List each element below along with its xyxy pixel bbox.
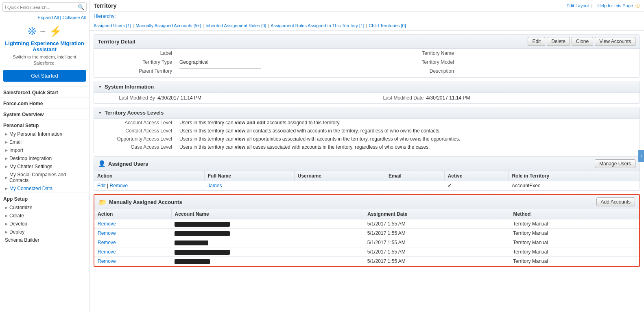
table-row: Remove ████████████ 5/1/2017 1:55 AM Ter…: [94, 247, 639, 257]
user-fullname: James: [204, 181, 294, 191]
migration-icons: ❊ → ⚡: [3, 25, 86, 38]
edit-layout-link[interactable]: Edit Layout: [566, 3, 589, 8]
manage-users-button[interactable]: Manage Users: [595, 159, 635, 168]
myconnected-link[interactable]: My Connected Data: [9, 186, 52, 191]
contact-access-label: Contact Access Level: [94, 127, 175, 135]
user-role: AccountExec: [509, 181, 640, 191]
main-content: Territory Edit Layout | Help for this Pa…: [90, 0, 644, 312]
man-acc-remove-link[interactable]: Remove: [98, 258, 116, 264]
anchor-inherited-rules[interactable]: Inherited Assignment Rules [0]: [205, 23, 266, 28]
sidebar-item-deploy[interactable]: ▶ Deploy: [0, 228, 89, 236]
sidebar-section-appsetup: App Setup: [0, 193, 89, 204]
help-circle-icon: ⓘ: [635, 3, 640, 8]
page-title: Territory: [94, 2, 117, 9]
migration-subtitle: Switch to the modern, intelligent Salesf…: [3, 54, 86, 67]
folder-icon: 📁: [98, 198, 107, 206]
last-modified-date-label: Last Modified Date: [367, 95, 424, 101]
help-link[interactable]: Help for this Page: [598, 3, 633, 8]
expand-all-link[interactable]: Expand All: [38, 15, 59, 20]
sidebar-item-create[interactable]: ▶ Create: [0, 212, 89, 220]
access-levels-body: Account Access Level Users in this terri…: [94, 119, 640, 153]
anchor-manually-assigned[interactable]: Manually Assigned Accounts [5+]: [135, 23, 201, 28]
description-label: Description: [376, 67, 457, 76]
account-access-label: Account Access Level: [94, 119, 175, 127]
col-username: Username: [294, 171, 385, 181]
table-row: Remove █████████████████ 5/1/2017 1:55 A…: [94, 238, 639, 247]
sidebar-item-mychatter[interactable]: ▶ My Chatter Settings: [0, 162, 89, 171]
chevron-right-icon: ▶: [5, 165, 8, 169]
user-remove-link[interactable]: Remove: [109, 183, 128, 188]
system-info-header: ▼ System Information: [94, 81, 640, 93]
parent-territory-label: Parent Territory: [94, 67, 175, 76]
col-method: Method: [510, 209, 639, 219]
man-acc-remove-link[interactable]: Remove: [98, 230, 116, 236]
col-role: Role in Territory: [509, 171, 640, 181]
man-acc-name: ████████████████: [171, 219, 364, 229]
last-modified-date-item: Last Modified Date 4/30/2017 11:14 PM: [367, 95, 636, 101]
sidebar-item-import[interactable]: ▶ Import: [0, 146, 89, 154]
man-acc-method: Territory Manual: [510, 229, 639, 238]
sidebar-item-forcecom[interactable]: Force.com Home: [0, 97, 89, 108]
sidebar-item-schemabuilder[interactable]: Schema Builder: [0, 236, 89, 244]
search-input[interactable]: [7, 5, 78, 10]
label-field-value: [175, 49, 376, 58]
bolt-icon: ⚡: [49, 25, 62, 38]
system-info-section: ▼ System Information Last Modified By 4/…: [94, 81, 640, 104]
user-edit-link[interactable]: Edit: [97, 183, 106, 188]
territory-detail-title: Territory Detail: [98, 39, 135, 45]
anchor-child-territories[interactable]: Child Territories [0]: [369, 23, 406, 28]
sidebar-item-desktopint[interactable]: ▶ Desktop Integration: [0, 154, 89, 162]
collapse-all-link[interactable]: Collapse All: [63, 15, 86, 20]
man-acc-date: 5/1/2017 1:55 AM: [364, 229, 510, 238]
anchor-assigned-users[interactable]: Assigned Users [1]: [94, 23, 131, 28]
man-acc-name: ████████████: [171, 247, 364, 257]
sidebar-item-customize[interactable]: ▶ Customize: [0, 204, 89, 212]
sidebar-item-sysoverview[interactable]: System Overview: [0, 108, 89, 119]
man-acc-remove-link[interactable]: Remove: [98, 221, 116, 227]
table-row: Account Access Level Users in this terri…: [94, 119, 640, 127]
clone-button[interactable]: Clone: [572, 37, 593, 46]
contact-access-value: Users in this territory can view all con…: [175, 127, 640, 135]
view-accounts-button[interactable]: View Accounts: [595, 37, 635, 46]
search-bar[interactable]: ℹ 🔍: [2, 2, 87, 12]
sidebar-item-myconnected[interactable]: ▶ My Connected Data: [0, 184, 89, 193]
user-icon: 👤: [98, 160, 106, 167]
territory-detail-section: Territory Detail Edit Delete Clone View …: [94, 34, 640, 78]
get-started-button[interactable]: Get Started: [3, 70, 86, 82]
user-active: ✓: [444, 181, 509, 191]
search-icon[interactable]: 🔍: [78, 4, 84, 10]
access-levels-title: ▼ Territory Access Levels: [98, 110, 164, 116]
case-access-value: Users in this territory can view all cas…: [175, 143, 640, 151]
sidebar-item-mypersonalinfo[interactable]: ▶ My Personal Information: [0, 130, 89, 138]
col-account-name: Account Name: [171, 209, 364, 219]
table-row: Opportunity Access Level Users in this t…: [94, 135, 640, 143]
chevron-right-icon: ▶: [5, 176, 8, 180]
parent-territory-value: [175, 67, 376, 76]
system-info-body: Last Modified By 4/30/2017 11:14 PM Last…: [94, 93, 640, 103]
delete-button[interactable]: Delete: [547, 37, 570, 46]
anchor-assignment-rules[interactable]: Assignment Rules Assigned to This Territ…: [271, 23, 364, 28]
collapse-icon[interactable]: ▼: [98, 110, 102, 115]
label-field-label: Label: [94, 49, 175, 58]
man-acc-remove-link[interactable]: Remove: [98, 249, 116, 255]
table-row: Remove ███████████████ 5/1/2017 1:55 AM …: [94, 257, 639, 266]
scroll-tab[interactable]: ‹: [638, 150, 644, 162]
arrow-icon: →: [39, 27, 46, 36]
expand-collapse-bar: Expand All | Collapse All: [0, 14, 89, 21]
man-acc-action-cell: Remove: [94, 257, 171, 266]
sidebar-item-mysocial[interactable]: ▶ My Social Companies and Contacts: [0, 171, 89, 184]
sidebar-item-email[interactable]: ▶ Email: [0, 138, 89, 146]
territory-detail-actions: Edit Delete Clone View Accounts: [528, 37, 635, 46]
edit-button[interactable]: Edit: [528, 37, 545, 46]
table-header-row: Action Account Name Assignment Date Meth…: [94, 209, 639, 219]
sidebar-item-sf1[interactable]: Salesforce1 Quick Start: [0, 86, 89, 97]
collapse-icon[interactable]: ▼: [98, 84, 102, 89]
sidebar-item-develop[interactable]: ▶ Develop: [0, 220, 89, 228]
man-acc-date: 5/1/2017 1:55 AM: [364, 247, 510, 257]
user-name-link[interactable]: James: [207, 183, 222, 188]
access-levels-header: ▼ Territory Access Levels: [94, 107, 640, 119]
user-email: [385, 181, 444, 191]
table-row: Territory Type Geographical Territory Mo…: [94, 58, 640, 67]
add-accounts-button[interactable]: Add Accounts: [596, 197, 635, 206]
man-acc-remove-link[interactable]: Remove: [98, 240, 116, 245]
